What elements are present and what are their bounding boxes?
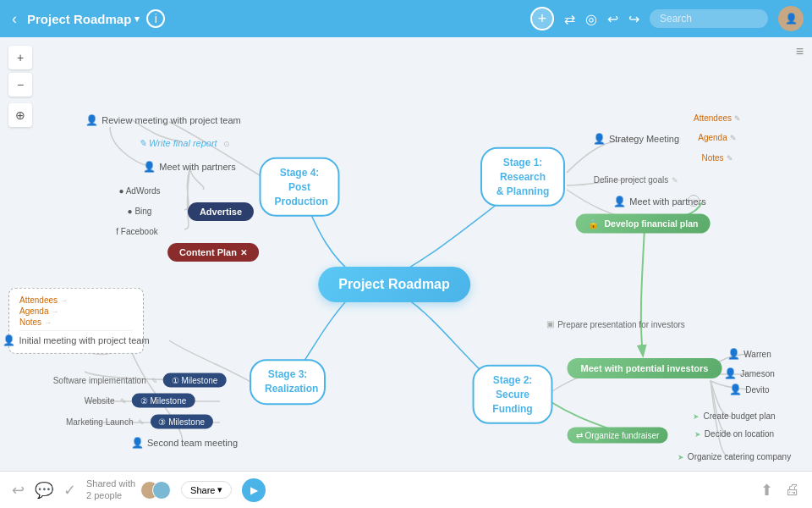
stage1-node[interactable]: Stage 1:Research & Planning — [480, 147, 565, 207]
warren-node: 👤 Warren — [727, 348, 771, 360]
user-avatar[interactable]: 👤 — [778, 6, 804, 31]
add-button[interactable]: + — [530, 7, 554, 30]
stage2-node[interactable]: Stage 2:Secure Funding — [473, 365, 553, 424]
initial-meeting-box: Attendees → Agenda → Notes → 👤 Initial m… — [8, 288, 144, 354]
target-button[interactable]: ⊕ — [8, 103, 32, 127]
advertise-button[interactable]: Advertise — [188, 202, 254, 221]
project-title: Project Roadmap ▾ — [27, 12, 140, 26]
initial-meeting-title: 👤 Initial meeting with project team — [19, 334, 133, 346]
center-node[interactable]: Project Roadmap — [318, 267, 470, 302]
milestone3-badge[interactable]: ③ Milestone — [150, 415, 213, 429]
shared-avatar2 — [152, 481, 171, 500]
create-budget-node: Create budget plan — [693, 411, 775, 421]
meet-investors-button[interactable]: Meet with potential investors — [568, 358, 722, 378]
check-icon[interactable]: ✓ — [63, 481, 76, 500]
box-notes: Notes → — [19, 318, 133, 327]
decide-location-node: Decide on location — [694, 429, 774, 439]
meet-partners1-node: 👤 Meet with partners — [143, 161, 235, 173]
upload-icon[interactable]: ⬆ — [760, 481, 773, 500]
back-button[interactable]: ‹ — [8, 7, 20, 31]
box-agenda: Agenda → — [19, 306, 133, 316]
jameson-node: 👤 Jameson — [724, 367, 775, 379]
facebook-node: f Facebook — [116, 223, 157, 238]
play-button[interactable]: ▶ — [242, 478, 266, 502]
software-impl-row: Software implementation ✎ ① Milestone — [53, 373, 227, 388]
second-team-meeting-node: 👤 Second team meeting — [131, 437, 238, 449]
left-toolbar: + − ⊕ — [8, 46, 32, 127]
bing-node: ● Bing — [128, 202, 152, 218]
right-menu-button[interactable]: ≡ — [796, 44, 804, 59]
redo-icon[interactable]: ↪ — [628, 11, 639, 27]
undo-bottom-icon[interactable]: ↩ — [12, 481, 25, 500]
undo-icon[interactable]: ↩ — [607, 11, 618, 27]
share-button[interactable]: Share ▾ — [181, 481, 232, 499]
print-icon[interactable]: 🖨 — [785, 481, 800, 499]
attendees-label: Attendees ✎ — [694, 113, 741, 123]
organize-fundraiser-button[interactable]: ⇄ Organize fundraiser — [568, 428, 668, 444]
marketing-launch-row: Marketing Launch ✎ ③ Milestone — [66, 415, 213, 429]
agenda-label: Agenda ✎ — [698, 133, 736, 142]
zoom-out-button[interactable]: − — [8, 73, 32, 97]
stage3-node[interactable]: Stage 3:Realization — [250, 359, 326, 405]
title-dropdown-icon[interactable]: ▾ — [134, 14, 140, 25]
define-goals-node: Define project goals ✎ — [594, 175, 678, 185]
develop-financial-plan-node[interactable]: 🔒 Develop financial plan — [576, 214, 710, 234]
share-icon[interactable]: ⇄ — [564, 11, 575, 27]
info-button[interactable]: i — [146, 9, 165, 28]
website-row: Website ✎ ② Milestone — [85, 394, 195, 408]
box-attendees: Attendees → — [19, 295, 133, 305]
notes-label: Notes ✎ — [701, 153, 732, 163]
circle-icon[interactable]: ◎ — [585, 11, 597, 27]
review-meeting-node: 👤 Review meeting with project team — [85, 114, 240, 126]
bottom-right-icons: ⬆ 🖨 — [760, 481, 800, 500]
prepare-presentation-node: ▣ Prepare presentation for investors — [546, 319, 685, 331]
write-final-report-node: ✎ Write final report ⊙ — [139, 135, 230, 150]
milestone2-badge[interactable]: ② Milestone — [132, 394, 195, 408]
zoom-in-button[interactable]: + — [8, 46, 32, 69]
stage4-node[interactable]: Stage 4:Post Production — [260, 157, 340, 217]
shared-info: Shared with 2 people — [86, 478, 171, 500]
bottom-bar: ↩ 💬 ✓ Shared with 2 people Share ▾ ▶ ⬆ 🖨 — [0, 471, 812, 508]
strategy-meeting-node: 👤 Strategy Meeting — [593, 133, 679, 145]
milestone1-badge[interactable]: ① Milestone — [163, 373, 227, 388]
chat-icon[interactable]: 💬 — [35, 481, 53, 500]
search-input[interactable] — [650, 9, 768, 28]
adwords-node: ● AdWords — [118, 182, 160, 197]
add-partner-icon[interactable]: + — [688, 195, 700, 207]
content-plan-button[interactable]: Content Plan ✕ — [167, 243, 259, 262]
organize-catering-node: Organize catering company — [678, 452, 791, 461]
devito-node: 👤 Devito — [729, 384, 769, 395]
